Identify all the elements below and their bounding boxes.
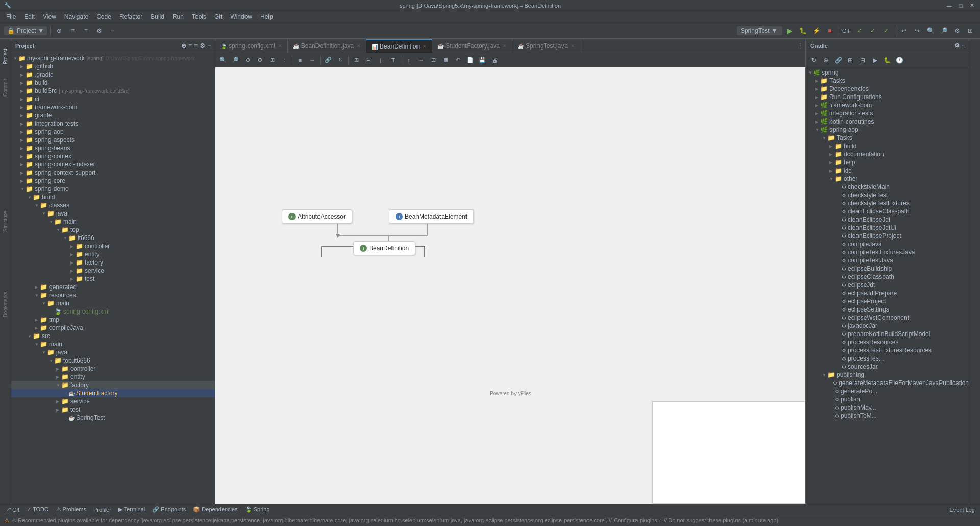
tab-options-btn[interactable]: ⋮ — [795, 39, 805, 53]
tree-src-java[interactable]: ▼ 📁 java — [11, 348, 215, 356]
gradle-add[interactable]: ⊕ — [820, 55, 831, 66]
gradle-compile-test-fixtures[interactable]: ⚙ compileTestFixturesJava — [806, 248, 969, 256]
diag-btn-1[interactable]: 🔍 — [217, 55, 229, 66]
gradle-minus-icon[interactable]: − — [962, 43, 965, 49]
toolbar-undo[interactable]: ↩ — [898, 25, 910, 36]
gradle-checkstyle-test[interactable]: ⚙ checkstyleTest — [806, 191, 969, 199]
tree-controller2[interactable]: ▶ 📁 controller — [11, 365, 215, 373]
side-tab-bookmarks[interactable]: Bookmarks — [2, 289, 9, 320]
tree-build-root[interactable]: ▶ 📁 build — [11, 79, 215, 87]
gradle-dependencies[interactable]: ▶ 📁 Dependencies — [806, 85, 969, 93]
git-check2[interactable]: ✓ — [867, 25, 878, 36]
tree-demo-entity[interactable]: ▶ 📁 entity — [11, 250, 215, 258]
bottom-tab-problems[interactable]: ⚠ Problems — [53, 505, 90, 514]
gradle-compile-test-java[interactable]: ⚙ compileTestJava — [806, 256, 969, 265]
stop-btn[interactable]: ■ — [824, 25, 836, 36]
tree-spring-aspects[interactable]: ▶ 📁 spring-aspects — [11, 136, 215, 144]
tab-close-student-factory[interactable]: ✕ — [503, 43, 507, 49]
tab-student-factory[interactable]: ☕ StudentFactory.java ✕ — [432, 39, 512, 53]
tab-beandefinition-diagram[interactable]: 📊 BeanDefinition ✕ — [366, 39, 432, 53]
gradle-eclipse-jdt-prepare[interactable]: ⚙ eclipseJdtPrepare — [806, 289, 969, 297]
tab-spring-test[interactable]: ☕ SpringTest.java ✕ — [512, 39, 580, 53]
tree-spring-aop[interactable]: ▶ 📁 spring-aop — [11, 128, 215, 136]
tree-service2[interactable]: ▶ 📁 service — [11, 397, 215, 405]
gradle-process-test-fixtures[interactable]: ⚙ processTestFixturesResources — [806, 346, 969, 354]
diag-btn-more2[interactable]: ↔ — [415, 55, 427, 66]
diag-btn-arrow[interactable]: → — [307, 55, 318, 66]
gradle-clean-eclipse-jdt[interactable]: ⚙ cleanEclipseJdt — [806, 216, 969, 224]
gradle-clean-eclipse-classpath[interactable]: ⚙ cleanEclipseClasspath — [806, 207, 969, 216]
tab-close-spring-config[interactable]: ✕ — [278, 43, 282, 49]
minimize-btn[interactable]: — — [945, 2, 953, 10]
tree-gradle-hidden[interactable]: ▶ 📁 .gradle — [11, 70, 215, 79]
tree-entity2[interactable]: ▶ 📁 entity — [11, 373, 215, 381]
gradle-sources-jar[interactable]: ⚙ sourcesJar — [806, 363, 969, 371]
tree-generated[interactable]: ▶ 📁 generated — [11, 283, 215, 291]
menu-help[interactable]: Help — [256, 12, 277, 21]
header-icon-1[interactable]: ⊕ — [181, 42, 186, 50]
tree-spring-test-java[interactable]: ☕ SpringTest — [11, 414, 215, 422]
tree-spring-context[interactable]: ▶ 📁 spring-context — [11, 152, 215, 160]
tree-demo-test[interactable]: ▶ 📁 test — [11, 275, 215, 283]
diag-btn-more1[interactable]: ↕ — [403, 55, 414, 66]
gradle-refresh[interactable]: ↻ — [808, 55, 819, 66]
tree-github[interactable]: ▶ 📁 .github — [11, 62, 215, 70]
gradle-prepare-kotlin[interactable]: ⚙ prepareKotlinBuildScriptModel — [806, 330, 969, 338]
diag-btn-2[interactable]: 🔎 — [230, 55, 241, 66]
gradle-framework-bom[interactable]: ▶ 🌿 framework-bom — [806, 101, 969, 109]
gradle-eclipse-classpath[interactable]: ⚙ eclipseClasspath — [806, 273, 969, 281]
diag-btn-more7[interactable]: 💾 — [477, 55, 488, 66]
gradle-run-configs[interactable]: ▶ 📁 Run Configurations — [806, 93, 969, 101]
bottom-tab-profiler[interactable]: Profiler — [90, 506, 114, 514]
toolbar-btn-minus[interactable]: − — [107, 25, 118, 36]
tree-spring-core[interactable]: ▶ 📁 spring-core — [11, 177, 215, 185]
gradle-aop-documentation[interactable]: ▶ 📁 documentation — [806, 150, 969, 158]
diag-btn-filter[interactable]: ≡ — [295, 55, 306, 66]
gradle-eclipse-project[interactable]: ⚙ eclipseProject — [806, 297, 969, 305]
tab-close-beandefinition-java[interactable]: ✕ — [357, 43, 361, 49]
project-dropdown[interactable]: 🔒 Project ▼ — [4, 26, 47, 35]
diag-btn-more8[interactable]: 🖨 — [489, 55, 500, 66]
gradle-generate-metadata[interactable]: ⚙ generateMetadataFileForMavenJavaPublic… — [806, 379, 969, 387]
diag-btn-5[interactable]: ⊞ — [266, 55, 278, 66]
gradle-run[interactable]: ▶ — [869, 55, 880, 66]
debug-btn[interactable]: 🐛 — [798, 25, 809, 36]
gradle-kotlin-coroutines[interactable]: ▶ 🌿 kotlin-coroutines — [806, 117, 969, 126]
gradle-tasks[interactable]: ▶ 📁 Tasks — [806, 77, 969, 85]
toolbar-expand[interactable]: ⊞ — [965, 25, 976, 36]
tree-resources-main[interactable]: ▼ 📁 main — [11, 299, 215, 307]
bottom-tab-git[interactable]: ⎇ Git — [2, 506, 22, 514]
toolbar-find[interactable]: 🔎 — [938, 25, 949, 36]
gradle-checkstyle-main[interactable]: ⚙ checkstyleMain — [806, 183, 969, 191]
tree-ci[interactable]: ▶ 📁 ci — [11, 95, 215, 103]
git-check[interactable]: ✓ — [854, 25, 865, 36]
diag-btn-refresh[interactable]: ↻ — [335, 55, 346, 66]
gradle-publishing[interactable]: ▼ 📁 publishing — [806, 371, 969, 379]
tree-top-it6666[interactable]: ▼ 📁 top.it6666 — [11, 356, 215, 365]
menu-view[interactable]: View — [39, 12, 60, 21]
gradle-process-resources[interactable]: ⚙ processResources — [806, 338, 969, 346]
menu-run[interactable]: Run — [168, 12, 188, 21]
diag-btn-more5[interactable]: ↶ — [452, 55, 463, 66]
menu-code[interactable]: Code — [92, 12, 115, 21]
tree-framework-bom[interactable]: ▶ 📁 framework-bom — [11, 103, 215, 111]
diag-btn-more6[interactable]: 📄 — [464, 55, 476, 66]
tab-close-spring-test[interactable]: ✕ — [571, 43, 575, 49]
diag-btn-6[interactable]: ⋮ — [279, 55, 290, 66]
toolbar-btn-2[interactable]: ≡ — [67, 25, 78, 36]
gradle-publish-mav[interactable]: ⚙ publishMav... — [806, 403, 969, 412]
bottom-tab-endpoints[interactable]: 🔗 Endpoints — [149, 505, 189, 514]
bottom-tab-terminal[interactable]: ▶ Terminal — [115, 505, 148, 514]
menu-edit[interactable]: Edit — [20, 12, 39, 21]
bottom-tab-todo[interactable]: ✓ TODO — [23, 505, 52, 514]
header-icon-2[interactable]: ≡ — [188, 42, 192, 50]
gradle-clean-eclipse-project[interactable]: ⚙ cleanEclipseProject — [806, 232, 969, 240]
header-icon-4[interactable]: ⚙ — [200, 42, 205, 50]
tree-spring-beans[interactable]: ▶ 📁 spring-beans — [11, 144, 215, 152]
bottom-tab-spring[interactable]: 🍃 Spring — [242, 505, 273, 514]
gradle-link[interactable]: 🔗 — [832, 55, 844, 66]
menu-refactor[interactable]: Refactor — [115, 12, 146, 21]
gradle-spring[interactable]: ▼ 🌿 spring — [806, 68, 969, 77]
run-config-dropdown[interactable]: SpringTest ▼ — [737, 26, 782, 35]
gradle-eclipse-settings[interactable]: ⚙ eclipseSettings — [806, 305, 969, 314]
